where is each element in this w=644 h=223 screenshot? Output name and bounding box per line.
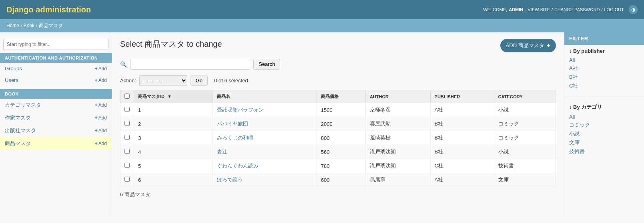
add-users-link[interactable]: + Add (95, 78, 107, 83)
table-header-category-label: CATEGORY (498, 94, 523, 99)
row-name[interactable]: 岩辻 (213, 145, 317, 159)
sidebar-item-publisher-master[interactable]: 出版社マスタ + Add (0, 124, 112, 137)
row-checkbox[interactable] (124, 121, 130, 126)
add-publisher-master-link[interactable]: + Add (95, 128, 107, 133)
filter-link-0-2[interactable]: B社 (569, 73, 639, 82)
row-checkbox[interactable] (124, 149, 130, 154)
filter-link-1-0[interactable]: All (569, 113, 639, 121)
sort-descending-icon: ▼ (167, 94, 172, 99)
plus-icon: + (95, 102, 98, 108)
filter-link-1-3[interactable]: 文庫 (569, 138, 639, 147)
row-price: 560 (317, 145, 365, 159)
breadcrumb-sep2: › (36, 23, 37, 28)
row-name[interactable]: ぽろで謳う (213, 173, 317, 187)
page-title: Select 商品マスタ to change (120, 39, 222, 50)
theme-toggle-button[interactable]: ◑ (629, 5, 638, 14)
sidebar-filter-input[interactable] (3, 39, 108, 50)
table-row: 3 みろくじの和嶋 800 荒崎英樹 B社 コミック (120, 131, 556, 145)
search-button[interactable]: Search (253, 59, 280, 70)
row-checkbox[interactable] (124, 135, 130, 140)
add-product-master-link[interactable]: + Add (95, 141, 107, 146)
brand-logo[interactable]: Django administration (6, 5, 91, 14)
table-header-id[interactable]: 商品マスタID ▼ (134, 90, 213, 103)
row-name[interactable]: パパイヤ旅団 (213, 117, 317, 131)
row-publisher: B社 (430, 145, 494, 159)
row-name[interactable]: みろくじの和嶋 (213, 131, 317, 145)
main-layout: AUTHENTICATION AND AUTHORIZATION Groups … (0, 32, 644, 217)
filter-link-0-0[interactable]: All (569, 56, 639, 64)
row-name-link[interactable]: 岩辻 (217, 149, 227, 155)
filter-link-1-2[interactable]: 小説 (569, 129, 639, 138)
row-checkbox-cell[interactable] (120, 103, 134, 117)
row-checkbox-cell[interactable] (120, 173, 134, 187)
search-input[interactable] (130, 59, 250, 70)
row-name-link[interactable]: 受託収賄バラフォン (217, 107, 264, 113)
row-name-link[interactable]: ぽろで謳う (217, 177, 243, 183)
table-header-author[interactable]: AUTHOR (365, 90, 430, 103)
filter-section-0: ↓ By publisherAllA社B社C社 (564, 45, 644, 94)
add-author-master-link[interactable]: + Add (95, 115, 107, 121)
add-product-master-button[interactable]: ADD 商品マスタ + (500, 39, 556, 52)
table-header-name[interactable]: 商品名 (213, 90, 317, 103)
sidebar-item-groups[interactable]: Groups + Add (0, 63, 112, 74)
separator1: / (552, 7, 553, 12)
user-tools: WELCOME, ADMIN . VIEW SITE / CHANGE PASS… (483, 5, 638, 14)
row-category: コミック (494, 117, 556, 131)
table-header-publisher[interactable]: PUBLISHER (430, 90, 494, 103)
row-checkbox-cell[interactable] (120, 145, 134, 159)
row-name-link[interactable]: みろくじの和嶋 (217, 135, 253, 141)
row-name-link[interactable]: ぐわんぐわん読み (217, 163, 259, 169)
row-category: 文庫 (494, 173, 556, 187)
breadcrumb-home[interactable]: Home (6, 23, 19, 28)
filter-section-title-1: ↓ By カテゴリ (569, 104, 639, 111)
table-header-id-label: 商品マスタID (138, 94, 165, 99)
row-name[interactable]: ぐわんぐわん読み (213, 159, 317, 173)
breadcrumb-book[interactable]: Book (24, 23, 34, 28)
view-site-link[interactable]: VIEW SITE (528, 7, 550, 12)
change-password-link[interactable]: CHANGE PASSWORD (554, 7, 600, 12)
filter-panel: FILTER ↓ By publisherAllA社B社C社↓ By カテゴリA… (564, 32, 644, 217)
sidebar-item-users[interactable]: Users + Add (0, 74, 112, 86)
filter-link-1-4[interactable]: 技術書 (569, 147, 639, 156)
row-name-link[interactable]: パパイヤ旅団 (217, 121, 248, 127)
row-author: 荒崎英樹 (365, 131, 430, 145)
sidebar-item-category-master[interactable]: カテゴリマスタ + Add (0, 99, 112, 112)
row-checkbox-cell[interactable] (120, 159, 134, 173)
add-groups-link[interactable]: + Add (95, 66, 107, 72)
filter-link-0-1[interactable]: A社 (569, 64, 639, 73)
row-author: 滝戸璃汰朗 (365, 145, 430, 159)
row-checkbox-cell[interactable] (120, 117, 134, 131)
action-select[interactable]: ---------- (139, 75, 187, 86)
sidebar-item-author-master[interactable]: 作家マスタ + Add (0, 112, 112, 124)
logout-link[interactable]: LOG OUT (604, 7, 624, 12)
add-category-master-link[interactable]: + Add (95, 102, 107, 108)
add-button-label: ADD 商品マスタ (506, 42, 544, 49)
header: Django administration WELCOME, ADMIN . V… (0, 0, 644, 19)
plus-icon: + (95, 141, 98, 146)
row-checkbox-cell[interactable] (120, 131, 134, 145)
filter-link-0-3[interactable]: C社 (569, 82, 639, 90)
go-button[interactable]: Go (191, 76, 208, 86)
row-name[interactable]: 受託収賄バラフォン (213, 103, 317, 117)
table-header-author-label: AUTHOR (370, 94, 389, 99)
breadcrumb-sep1: › (20, 23, 22, 28)
auth-section-title: AUTHENTICATION AND AUTHORIZATION (0, 53, 112, 63)
filter-link-1-1[interactable]: コミック (569, 121, 639, 129)
row-checkbox[interactable] (124, 163, 130, 168)
row-checkbox[interactable] (124, 177, 130, 182)
row-author: 滝戸璃汰朗 (365, 159, 430, 173)
select-all-checkbox[interactable] (124, 94, 130, 99)
table-row: 2 パパイヤ旅団 2000 喜屋武勲 B社 コミック (120, 117, 556, 131)
table-header-price[interactable]: 商品価格 (317, 90, 365, 103)
filter-section-1: ↓ By カテゴリAllコミック小説文庫技術書 (564, 100, 644, 159)
filter-sections: ↓ By publisherAllA社B社C社↓ By カテゴリAllコミック小… (564, 45, 644, 159)
sidebar-item-product-master[interactable]: 商品マスタ + Add (0, 137, 112, 150)
row-checkbox[interactable] (124, 107, 130, 112)
action-bar: Action: ---------- Go 0 of 6 selected (120, 75, 556, 86)
table-header-checkbox[interactable] (120, 90, 134, 103)
plus-icon: + (95, 115, 98, 121)
welcome-prefix: WELCOME, (483, 7, 507, 12)
filter-divider (564, 97, 644, 97)
table-header-category[interactable]: CATEGORY (494, 90, 556, 103)
book-section-title: BOOK (0, 89, 112, 99)
